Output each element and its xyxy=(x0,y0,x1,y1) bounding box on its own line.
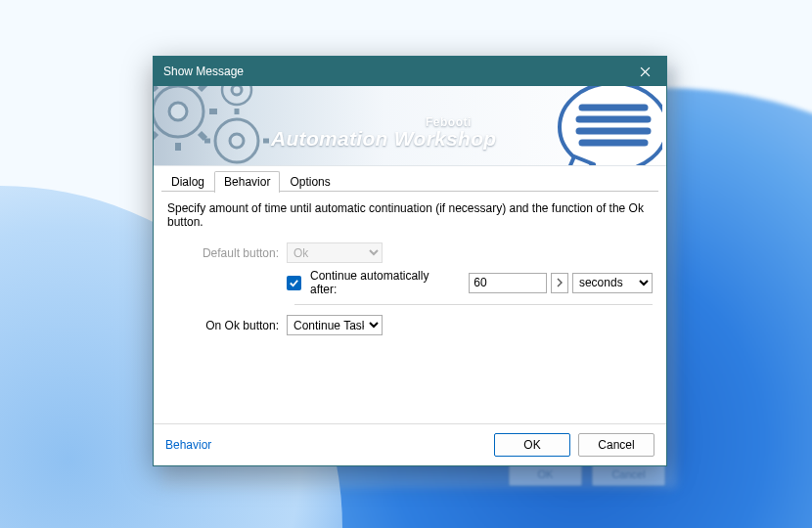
tab-options[interactable]: Options xyxy=(280,171,339,193)
svg-line-11 xyxy=(154,133,157,139)
description-text: Specify amount of time until automatic c… xyxy=(167,201,653,229)
cancel-button[interactable]: Cancel xyxy=(578,433,654,457)
help-link-behavior[interactable]: Behavior xyxy=(165,438,211,452)
check-icon xyxy=(289,278,299,288)
svg-point-13 xyxy=(230,134,244,148)
banner-text: Febooti Automation Workshop xyxy=(271,113,496,151)
row-continue-auto: Continue automatically after: seconds xyxy=(167,269,653,296)
default-button-select: Ok xyxy=(287,242,383,263)
window-title: Show Message xyxy=(163,65,623,78)
svg-point-3 xyxy=(169,103,187,120)
brand-small: Febooti xyxy=(426,115,651,129)
show-message-dialog: Show Message Fe xyxy=(153,56,667,466)
brand-big: Automation Workshop xyxy=(271,127,496,151)
continue-auto-label: Continue automatically after: xyxy=(310,269,455,296)
svg-line-10 xyxy=(200,86,205,90)
banner: Febooti Automation Workshop xyxy=(154,86,666,166)
continue-auto-unit-select[interactable]: seconds xyxy=(572,273,653,293)
dialog-footer: Behavior OK Cancel xyxy=(154,423,666,465)
ok-button[interactable]: OK xyxy=(494,433,570,457)
continue-auto-checkbox[interactable] xyxy=(287,276,301,290)
svg-point-19 xyxy=(232,86,242,95)
variable-picker-button[interactable] xyxy=(551,273,568,293)
row-default-button: Default button: Ok xyxy=(167,242,653,263)
titlebar: Show Message xyxy=(154,57,666,86)
default-button-label: Default button: xyxy=(167,246,287,260)
row-on-ok: On Ok button: Continue Task xyxy=(167,315,653,335)
svg-line-9 xyxy=(200,133,205,139)
continue-auto-value-input[interactable] xyxy=(469,273,547,293)
tab-content: Specify amount of time until automatic c… xyxy=(154,192,666,423)
close-icon xyxy=(640,66,651,77)
on-ok-select[interactable]: Continue Task xyxy=(287,315,383,335)
close-button[interactable] xyxy=(623,57,666,86)
chevron-right-icon xyxy=(556,278,564,287)
tab-behavior[interactable]: Behavior xyxy=(214,171,280,193)
svg-line-8 xyxy=(154,86,157,90)
section-divider xyxy=(294,304,653,305)
tab-dialog[interactable]: Dialog xyxy=(161,171,214,193)
on-ok-label: On Ok button: xyxy=(167,319,287,332)
tab-strip: Dialog Behavior Options xyxy=(154,166,666,192)
